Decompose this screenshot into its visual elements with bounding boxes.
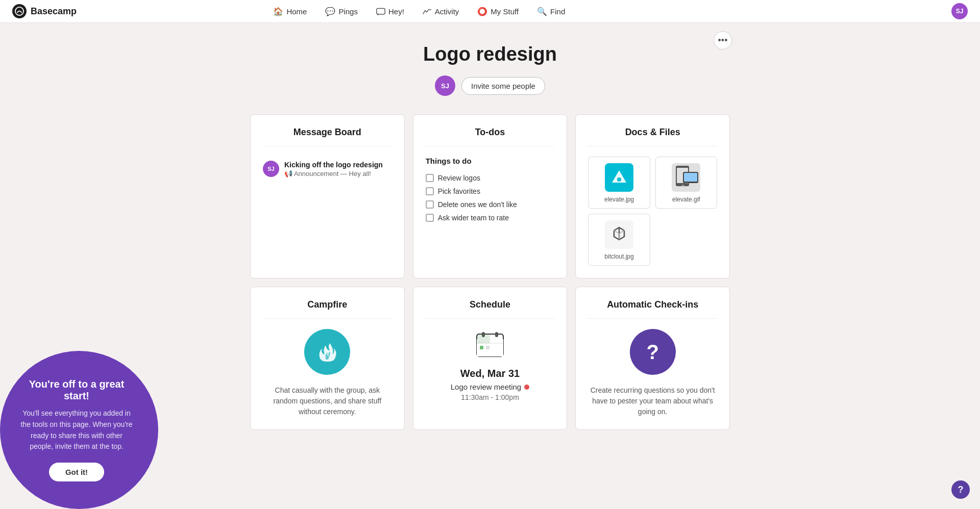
todos-card: To-dos Things to do Review logos Pick fa… xyxy=(413,114,568,278)
doc-icon-1 xyxy=(671,162,701,193)
doc-name-0: elevate.jpg xyxy=(594,196,644,203)
doc-item-2[interactable]: bitclout.jpg xyxy=(588,214,650,266)
todo-item-3: Ask wider team to rate xyxy=(426,211,555,224)
doc-name-2: bitclout.jpg xyxy=(594,253,644,260)
campfire-icon-wrap xyxy=(263,329,392,375)
schedule-event-time: 11:30am - 1:00pm xyxy=(426,393,555,401)
schedule-event: Logo review meeting xyxy=(426,383,555,391)
docs-title: Docs & Files xyxy=(588,127,717,146)
todo-text-0: Review logos xyxy=(438,174,480,182)
todo-checkbox-0[interactable] xyxy=(426,174,434,182)
three-dots-button[interactable]: ••• xyxy=(714,31,732,49)
doc-item-0[interactable]: elevate.jpg xyxy=(588,157,650,209)
todo-item-2: Delete ones we don't like xyxy=(426,198,555,211)
todo-checkbox-2[interactable] xyxy=(426,200,434,209)
schedule-day: Wed, Mar 31 xyxy=(426,368,555,379)
cards-grid: Message Board SJ Kicking off the logo re… xyxy=(250,114,730,430)
svg-point-3 xyxy=(617,177,621,182)
message-title: Kicking off the logo redesign xyxy=(284,161,383,169)
todo-checkbox-3[interactable] xyxy=(426,214,434,222)
nav-label-pings: Pings xyxy=(338,7,358,16)
schedule-event-name: Logo review meeting xyxy=(451,383,521,391)
nav-item-pings[interactable]: 💬 Pings xyxy=(318,4,365,19)
nav-label-activity: Activity xyxy=(435,7,459,16)
docs-grid: elevate.jpg xyxy=(588,157,717,266)
todos-group-title: Things to do xyxy=(426,157,555,165)
doc-item-1[interactable]: elevate.gif xyxy=(655,157,717,209)
popup-description: You'll see everything you added in the t… xyxy=(20,408,133,452)
nav-item-activity[interactable]: Activity xyxy=(415,4,467,19)
mystuff-icon: ⭕ xyxy=(477,7,487,16)
schedule-content: Wed, Mar 31 Logo review meeting 11:30am … xyxy=(426,329,555,401)
campfire-bubble-icon xyxy=(304,329,350,375)
nav-label-hey: Hey! xyxy=(388,7,404,16)
todo-text-3: Ask wider team to rate xyxy=(438,214,509,222)
todo-checkbox-1[interactable] xyxy=(426,187,434,195)
doc-name-1: elevate.gif xyxy=(661,196,712,203)
project-members: SJ Invite some people xyxy=(250,75,730,96)
checkins-description: Create recurring questions so you don't … xyxy=(588,385,717,417)
svg-rect-8 xyxy=(684,173,697,182)
nav-logo[interactable]: Basecamp xyxy=(12,4,77,18)
schedule-title: Schedule xyxy=(426,299,555,319)
help-button[interactable]: ? xyxy=(951,480,970,499)
home-icon: 🏠 xyxy=(273,7,283,16)
event-indicator-dot xyxy=(524,385,529,390)
todo-text-1: Pick favorites xyxy=(438,187,480,195)
pings-icon: 💬 xyxy=(325,7,335,16)
todo-item-1: Pick favorites xyxy=(426,185,555,198)
nav-items: 🏠 Home 💬 Pings Hey! Activity xyxy=(266,4,572,19)
project-title: Logo redesign xyxy=(250,43,730,65)
nav-avatar[interactable]: SJ xyxy=(951,3,968,19)
todo-item-0: Review logos xyxy=(426,171,555,185)
nav-item-mystuff[interactable]: ⭕ My Stuff xyxy=(470,4,526,19)
message-content: Kicking off the logo redesign 📢 Announce… xyxy=(284,161,383,177)
main-content: ••• Logo redesign SJ Invite some people … xyxy=(240,23,740,461)
message-board-title: Message Board xyxy=(263,127,392,146)
basecamp-logo-icon xyxy=(12,4,27,18)
calendar-icon xyxy=(475,329,505,360)
find-icon: 🔍 xyxy=(537,7,547,16)
campfire-card: Campfire Chat casually with the group, a… xyxy=(250,287,405,430)
doc-icon-0 xyxy=(604,162,634,193)
docs-card: Docs & Files elevate.jpg xyxy=(575,114,730,278)
svg-rect-9 xyxy=(684,183,689,184)
todos-title: To-dos xyxy=(426,127,555,146)
nav-label-mystuff: My Stuff xyxy=(491,7,519,16)
svg-rect-18 xyxy=(477,334,490,343)
checkins-content: ? Create recurring questions so you don'… xyxy=(588,329,717,417)
message-author-avatar: SJ xyxy=(263,161,279,177)
checkins-question-icon: ? xyxy=(630,329,676,375)
checkins-title: Automatic Check-ins xyxy=(588,299,717,319)
campfire-title: Campfire xyxy=(263,299,392,319)
activity-icon xyxy=(423,7,432,16)
checkins-card: Automatic Check-ins ? Create recurring q… xyxy=(575,287,730,430)
invite-button[interactable]: Invite some people xyxy=(461,77,545,95)
nav-item-home[interactable]: 🏠 Home xyxy=(266,4,314,19)
nav-label-find: Find xyxy=(550,7,565,16)
popup-title: You're off to a great start! xyxy=(20,378,133,402)
svg-rect-16 xyxy=(495,332,498,337)
schedule-card: Schedule xyxy=(413,287,568,430)
top-nav: Basecamp 🏠 Home 💬 Pings Hey! xyxy=(0,0,980,23)
hey-icon xyxy=(376,7,385,16)
campfire-description: Chat casually with the group, ask random… xyxy=(263,385,392,417)
member-avatar[interactable]: SJ xyxy=(435,75,455,96)
doc-icon-2 xyxy=(604,219,634,250)
svg-rect-20 xyxy=(486,346,489,349)
nav-label-home: Home xyxy=(286,7,307,16)
message-board-card: Message Board SJ Kicking off the logo re… xyxy=(250,114,405,278)
todo-text-2: Delete ones we don't like xyxy=(438,200,517,209)
message-item[interactable]: SJ Kicking off the logo redesign 📢 Annou… xyxy=(263,157,392,182)
svg-rect-6 xyxy=(681,185,684,186)
onboarding-popup: You're off to a great start! You'll see … xyxy=(0,351,158,509)
nav-item-hey[interactable]: Hey! xyxy=(369,4,411,19)
nav-item-find[interactable]: 🔍 Find xyxy=(530,4,572,19)
svg-rect-1 xyxy=(377,8,385,14)
nav-logo-text: Basecamp xyxy=(31,6,77,17)
svg-rect-19 xyxy=(480,346,483,349)
got-it-button[interactable]: Got it! xyxy=(49,463,104,481)
message-subtitle: 📢 Announcement — Hey all! xyxy=(284,170,383,177)
